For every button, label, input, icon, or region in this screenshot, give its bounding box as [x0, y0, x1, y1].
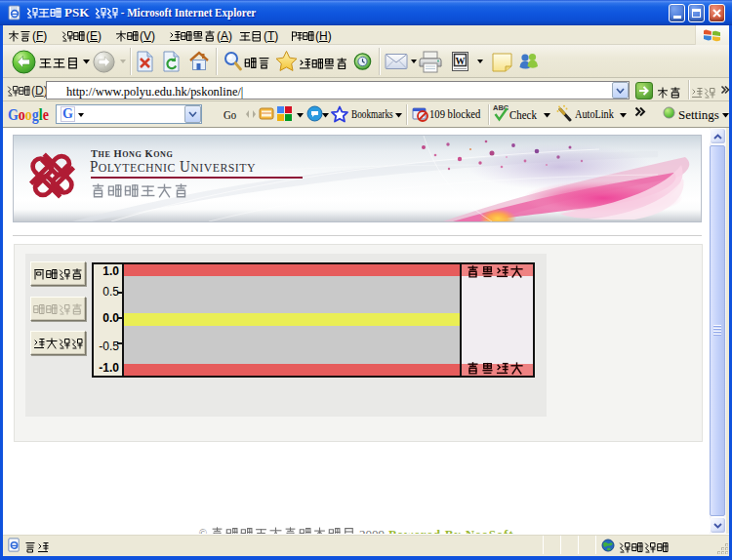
- svg-text:W: W: [456, 56, 466, 66]
